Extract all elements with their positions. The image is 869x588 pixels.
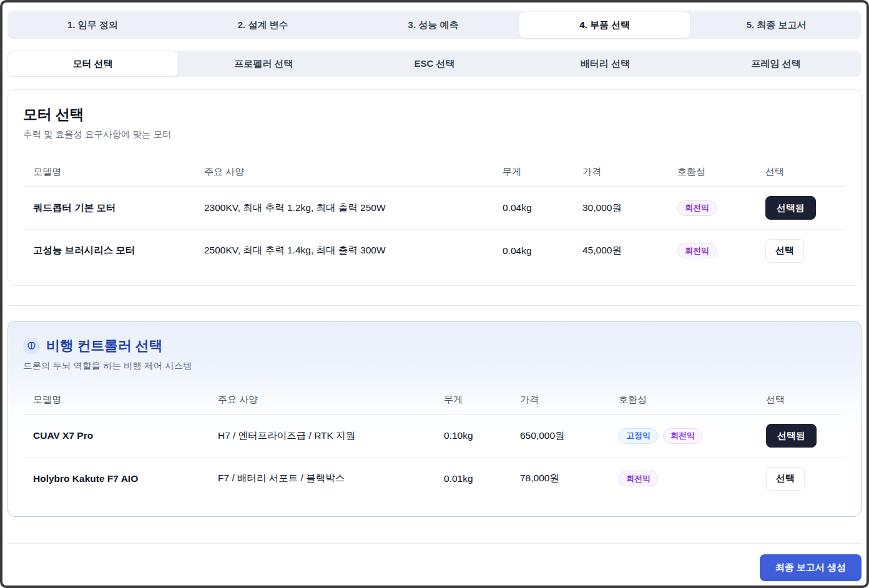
compat-badge-rotary: 회전익 [677,243,717,258]
step-tab-components[interactable]: 4. 부품 선택 [519,12,690,38]
footer-actions: 최종 보고서 생성 [7,554,862,581]
col-header-select: 선택 [756,394,846,406]
step-navigation: 1. 임무 정의 2. 설계 변수 3. 성능 예측 4. 부품 선택 5. 최… [7,11,862,39]
brain-icon [23,338,40,355]
col-header-compat: 호환성 [667,166,755,178]
fc-table: 모델명 주요 사양 무게 가격 호환성 선택 CUAV X7 Pro H7 / … [23,386,846,499]
flight-controller-card: 비행 컨트롤러 선택 드론의 두뇌 역할을 하는 비행 제어 시스템 모델명 주… [7,321,862,517]
table-row: Holybro Kakute F7 AIO F7 / 배터리 서포트 / 블랙박… [23,457,846,499]
col-header-weight: 무게 [434,394,510,406]
footer-divider [7,543,862,544]
col-header-weight: 무게 [493,166,572,178]
motor-row1-weight: 0.04kg [493,202,572,213]
app-window: 1. 임무 정의 2. 설계 변수 3. 성능 예측 4. 부품 선택 5. 최… [0,0,869,588]
motor-selection-card: 모터 선택 추력 및 효율성 요구사항에 맞는 모터 모델명 주요 사양 무게 … [7,89,862,286]
motor-row2-model: 고성능 브러시리스 모터 [23,244,194,257]
fc-row2-price: 78,000원 [510,472,609,485]
fc-row1-select-button[interactable]: 선택됨 [766,424,817,448]
table-row: CUAV X7 Pro H7 / 엔터프라이즈급 / RTK 지원 0.10kg… [23,414,846,457]
motor-row1-compat: 회전익 [667,200,755,216]
motor-row2-price: 45,000원 [572,244,667,257]
section-divider [7,305,862,306]
table-row: 쿼드콥터 기본 모터 2300KV, 최대 추력 1.2kg, 최대 출력 25… [23,187,846,229]
fc-section-title: 비행 컨트롤러 선택 [46,336,162,355]
fc-row1-weight: 0.10kg [434,430,510,441]
compat-badge-rotary: 회전익 [619,471,658,486]
motor-table-header: 모델명 주요 사양 무게 가격 호환성 선택 [23,158,846,187]
fc-row1-model: CUAV X7 Pro [23,430,208,441]
col-header-compat: 호환성 [609,394,756,406]
fc-row1-price: 650,000원 [510,429,609,443]
fc-row2-compat: 회전익 [609,471,756,486]
step-tab-design-variables[interactable]: 2. 설계 변수 [178,11,348,39]
step-tab-performance[interactable]: 3. 성능 예측 [348,11,519,39]
col-header-spec: 주요 사양 [208,394,434,406]
fc-table-header: 모델명 주요 사양 무게 가격 호환성 선택 [23,386,846,414]
compat-badge-rotary: 회전익 [677,200,717,216]
tab-esc[interactable]: ESC 선택 [349,51,520,77]
fc-section-subtitle: 드론의 두뇌 역할을 하는 비행 제어 시스템 [23,360,846,372]
motor-row2-weight: 0.04kg [493,245,572,257]
motor-row2-select-button[interactable]: 선택 [765,239,804,263]
col-header-spec: 주요 사양 [194,166,493,178]
table-row: 고성능 브러시리스 모터 2500KV, 최대 추력 1.4kg, 최대 출력 … [23,229,846,272]
fc-row2-spec: F7 / 배터리 서포트 / 블랙박스 [208,472,434,485]
step-tab-final-report[interactable]: 5. 최종 보고서 [691,11,862,39]
motor-row1-select-button[interactable]: 선택됨 [765,196,816,220]
col-header-price: 가격 [572,166,667,178]
motor-row1-model: 쿼드콥터 기본 모터 [23,202,194,215]
col-header-model: 모델명 [23,394,208,406]
motor-row1-spec: 2300KV, 최대 추력 1.2kg, 최대 출력 250W [194,202,493,215]
compat-badge-fixed: 고정익 [619,428,658,444]
tab-propeller[interactable]: 프로펠러 선택 [179,51,350,77]
motor-row2-compat: 회전익 [667,243,755,258]
motor-section-title: 모터 선택 [23,105,846,124]
component-tab-bar: 모터 선택 프로펠러 선택 ESC 선택 배터리 선택 프레임 선택 [7,51,862,77]
fc-row1-spec: H7 / 엔터프라이즈급 / RTK 지원 [208,429,434,443]
step-tab-mission[interactable]: 1. 임무 정의 [7,11,178,39]
compat-badge-rotary: 회전익 [663,428,702,444]
fc-row1-compat: 고정익 회전익 [609,428,756,444]
fc-row2-select-button[interactable]: 선택 [766,467,805,491]
motor-table: 모델명 주요 사양 무게 가격 호환성 선택 쿼드콥터 기본 모터 2300KV… [23,158,846,272]
col-header-model: 모델명 [23,166,194,178]
tab-motor[interactable]: 모터 선택 [7,51,179,77]
fc-row2-model: Holybro Kakute F7 AIO [23,473,208,484]
generate-final-report-button[interactable]: 최종 보고서 생성 [760,554,862,581]
tab-frame[interactable]: 프레임 선택 [690,51,862,77]
motor-row1-price: 30,000원 [572,202,667,215]
motor-row2-spec: 2500KV, 최대 추력 1.4kg, 최대 출력 300W [194,244,493,257]
fc-row2-weight: 0.01kg [434,473,510,484]
motor-section-subtitle: 추력 및 효율성 요구사항에 맞는 모터 [23,129,846,140]
tab-battery[interactable]: 배터리 선택 [520,51,691,77]
col-header-select: 선택 [755,166,846,178]
col-header-price: 가격 [510,394,609,406]
